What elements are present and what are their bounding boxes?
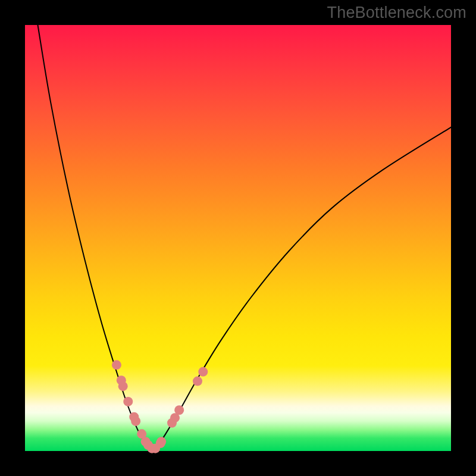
chart-point [131,416,140,426]
chart-frame: TheBottleneck.com [0,0,476,476]
chart-point [118,381,128,391]
chart-point [174,405,184,415]
chart-point [112,360,121,369]
plot-area [25,25,451,451]
curve-right-branch [153,127,451,451]
watermark-text: TheBottleneck.com [327,4,466,22]
chart-points-group [112,360,208,453]
chart-point [156,437,166,446]
chart-point [123,397,133,406]
chart-point [198,367,208,377]
chart-svg [25,25,451,451]
curve-left-branch [37,25,152,451]
chart-point [193,377,202,386]
